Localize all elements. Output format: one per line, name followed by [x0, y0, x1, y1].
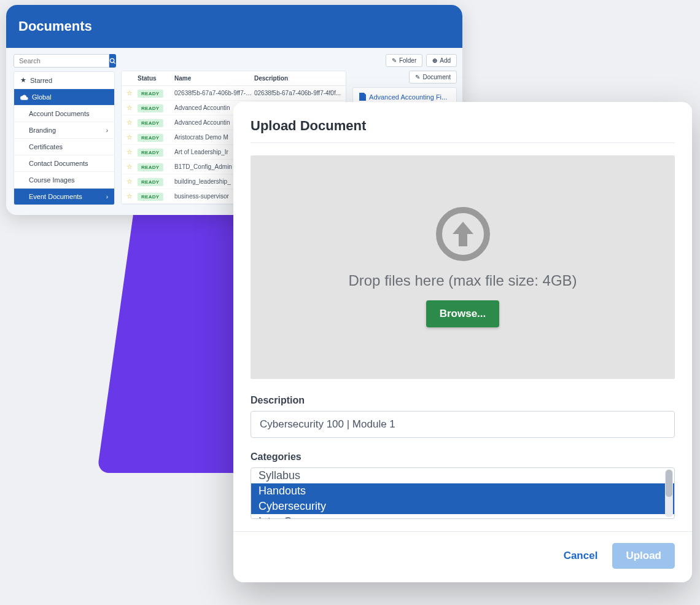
- star-icon[interactable]: ☆: [126, 178, 133, 185]
- dropzone[interactable]: Drop files here (max file size: 4GB) Bro…: [251, 155, 675, 379]
- nav-label: Starred: [30, 77, 52, 84]
- svg-line-1: [114, 61, 115, 63]
- row-description: 02638f5b-67a7-406b-9ff7-4f0f...: [254, 90, 341, 96]
- nav-branding[interactable]: Branding›: [14, 122, 114, 139]
- category-option[interactable]: Intro Courses: [251, 514, 674, 519]
- browse-button[interactable]: Browse...: [426, 300, 500, 327]
- nav-label: Account Documents: [29, 110, 89, 117]
- folder-button[interactable]: ✎Folder: [386, 54, 422, 67]
- cloud-icon: [20, 95, 28, 100]
- col-description[interactable]: Description: [254, 75, 341, 82]
- col-name[interactable]: Name: [174, 75, 254, 82]
- nav-label: Event Documents: [29, 193, 82, 200]
- nav-label: Course Images: [29, 176, 75, 184]
- nav-label: Contact Documents: [29, 160, 88, 167]
- modal-footer: Cancel Upload: [233, 531, 692, 582]
- status-badge: READY: [138, 193, 163, 201]
- page-title: Documents: [6, 5, 462, 48]
- description-input[interactable]: [251, 411, 675, 438]
- status-badge: READY: [138, 163, 163, 171]
- scrollbar[interactable]: [665, 469, 673, 517]
- table-row[interactable]: ☆READY02638f5b-67a7-406b-9ff7-4f0...0263…: [122, 86, 346, 101]
- button-label: Document: [422, 74, 451, 80]
- nav-starred[interactable]: ★ Starred: [14, 72, 114, 89]
- modal-title: Upload Document: [251, 118, 675, 134]
- toolbar: ✎Folder ⊕Add: [121, 54, 457, 67]
- status-badge: READY: [138, 90, 163, 98]
- status-badge: READY: [138, 119, 163, 127]
- preview-title[interactable]: Advanced Accounting Fi...: [359, 93, 450, 101]
- star-icon: ★: [20, 76, 26, 84]
- category-option[interactable]: Handouts: [251, 483, 674, 499]
- scrollbar-thumb[interactable]: [666, 470, 672, 497]
- add-button[interactable]: ⊕Add: [426, 54, 457, 67]
- svg-point-0: [110, 58, 114, 62]
- row-name: 02638f5b-67a7-406b-9ff7-4f0...: [174, 90, 254, 96]
- divider: [251, 142, 675, 143]
- star-icon[interactable]: ☆: [126, 163, 133, 170]
- nav-certificates[interactable]: Certificates: [14, 139, 114, 155]
- star-icon[interactable]: ☆: [126, 104, 133, 111]
- status-badge: READY: [138, 104, 163, 112]
- category-option[interactable]: Syllabus: [251, 468, 674, 483]
- nav-list: ★ Starred Global Account Documents Brand…: [14, 71, 115, 205]
- button-label: Folder: [399, 57, 416, 64]
- categories-label: Categories: [251, 451, 675, 463]
- status-badge: READY: [138, 149, 163, 157]
- col-status[interactable]: Status: [138, 75, 174, 82]
- search-button[interactable]: [109, 54, 116, 68]
- drop-text: Drop files here (max file size: 4GB): [348, 272, 577, 289]
- star-icon[interactable]: ☆: [126, 119, 133, 126]
- nav-global[interactable]: Global: [14, 89, 114, 106]
- chevron-right-icon: ›: [106, 127, 108, 134]
- category-option[interactable]: Cybersecurity: [251, 499, 674, 514]
- star-icon[interactable]: ☆: [126, 192, 133, 200]
- upload-modal: Upload Document Drop files here (max fil…: [233, 102, 692, 582]
- nav-account-documents[interactable]: Account Documents: [14, 106, 114, 122]
- categories-select[interactable]: SyllabusHandoutsCybersecurityIntro Cours…: [251, 467, 675, 519]
- star-icon[interactable]: ☆: [126, 89, 133, 96]
- cancel-button[interactable]: Cancel: [560, 543, 602, 569]
- status-badge: READY: [138, 178, 163, 186]
- plus-circle-icon: ⊕: [432, 57, 437, 64]
- table-header: Status Name Description: [122, 71, 346, 86]
- description-label: Description: [251, 395, 675, 406]
- nav-contact-documents[interactable]: Contact Documents: [14, 155, 114, 172]
- status-badge: READY: [138, 134, 163, 142]
- sidebar: ★ Starred Global Account Documents Brand…: [14, 54, 115, 205]
- preview-title-text: Advanced Accounting Fi...: [369, 93, 447, 101]
- file-icon: [359, 93, 366, 101]
- document-button[interactable]: ✎Document: [409, 71, 457, 84]
- search-input[interactable]: [14, 54, 109, 68]
- button-label: Add: [440, 57, 451, 64]
- nav-label: Global: [32, 93, 52, 101]
- search-icon: [109, 58, 116, 64]
- pencil-icon: ✎: [392, 57, 397, 64]
- nav-course-images[interactable]: Course Images: [14, 172, 114, 189]
- pencil-icon: ✎: [415, 74, 420, 80]
- nav-label: Certificates: [29, 143, 63, 150]
- star-icon[interactable]: ☆: [126, 133, 133, 141]
- chevron-right-icon: ›: [106, 193, 108, 200]
- upload-arrow-icon: [436, 207, 490, 261]
- upload-button[interactable]: Upload: [612, 543, 675, 569]
- nav-event-documents[interactable]: Event Documents›: [14, 189, 114, 205]
- star-icon[interactable]: ☆: [126, 148, 133, 155]
- nav-label: Branding: [29, 127, 56, 134]
